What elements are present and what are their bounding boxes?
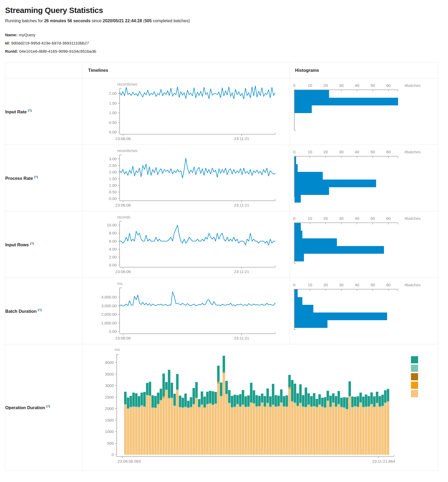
input-rate-timeline-cell: records/sec2.001.501.000.500.0023:06:062…	[83, 78, 290, 145]
svg-text:60: 60	[386, 283, 391, 287]
row-label-input-rate: Input Rate (?)	[5, 78, 83, 145]
page-title: Streaming Query Statistics	[5, 6, 448, 15]
svg-text:23:06:06: 23:06:06	[115, 136, 131, 141]
svg-text:23:11:21.864: 23:11:21.864	[372, 459, 395, 463]
query-name-line: Name: myQuery	[5, 31, 448, 39]
svg-text:40: 40	[355, 216, 359, 221]
query-id-line: Id: 9d0dd219-995d-423e-b97d-36931110bb27	[5, 39, 448, 47]
row-label-operation-duration: Operation Duration (?)	[5, 344, 83, 471]
svg-text:4.00: 4.00	[109, 247, 117, 251]
legend-swatch[interactable]	[411, 365, 418, 372]
svg-text:3500: 3500	[105, 372, 114, 376]
query-id-value: 9d0dd219-995d-423e-b97d-36931110bb27	[11, 41, 89, 45]
help-icon[interactable]: (?)	[30, 242, 34, 245]
timelines-column-header: Timelines	[83, 63, 290, 78]
svg-text:23:11:21: 23:11:21	[234, 336, 249, 340]
svg-text:1000: 1000	[105, 429, 114, 434]
table-row-operation-duration: Operation Duration (?) ms400035003000250…	[5, 344, 438, 471]
svg-text:1.50: 1.50	[109, 176, 117, 181]
svg-text:0: 0	[293, 283, 295, 287]
svg-text:1,000.00: 1,000.00	[101, 321, 117, 325]
legend-swatch[interactable]	[411, 373, 418, 380]
svg-text:ms: ms	[115, 347, 120, 352]
svg-text:1500: 1500	[105, 418, 114, 422]
svg-text:10: 10	[308, 216, 312, 221]
table-row-input-rows: Input Rows (?) records10.008.006.004.002…	[5, 211, 438, 278]
svg-text:0: 0	[293, 150, 295, 154]
svg-text:60: 60	[386, 216, 391, 221]
svg-text:#batches: #batches	[404, 283, 420, 287]
svg-text:ms: ms	[117, 281, 123, 286]
svg-text:2000: 2000	[105, 406, 114, 411]
svg-text:10.00: 10.00	[107, 223, 117, 227]
help-icon[interactable]: (?)	[34, 175, 38, 178]
process-rate-timeline-cell: records/sec3.002.502.001.501.000.500.002…	[83, 145, 290, 211]
batch-duration-histogram-chart: 0102030405060#batches	[290, 278, 432, 344]
svg-text:records/sec: records/sec	[117, 148, 138, 153]
input-rows-histogram-chart: 0102030405060#batches	[290, 211, 432, 278]
svg-text:60: 60	[386, 83, 391, 88]
process-rate-timeline-chart: records/sec3.002.502.001.501.000.500.002…	[83, 145, 284, 211]
svg-text:3.00: 3.00	[109, 157, 117, 161]
svg-text:50: 50	[370, 83, 375, 88]
svg-text:0: 0	[293, 83, 295, 88]
svg-text:20: 20	[323, 83, 328, 88]
svg-text:2,000.00: 2,000.00	[101, 312, 117, 316]
streaming-query-statistics-page: Streaming Query Statistics Running batch…	[0, 0, 448, 482]
svg-text:0.00: 0.00	[109, 196, 117, 201]
row-label-batch-duration: Batch Duration (?)	[5, 278, 83, 344]
legend-swatch[interactable]	[411, 356, 418, 363]
svg-text:20: 20	[323, 283, 328, 287]
svg-text:#batches: #batches	[404, 150, 420, 154]
svg-text:4000: 4000	[105, 360, 114, 365]
svg-text:500: 500	[107, 441, 114, 445]
table-header-row: Timelines Histograms	[5, 63, 438, 78]
batch-duration-timeline-chart: ms4,000.003,000.002,000.001,000.000.0023…	[83, 278, 284, 344]
svg-text:#batches: #batches	[404, 216, 420, 221]
svg-text:10: 10	[308, 283, 312, 287]
svg-text:#batches: #batches	[404, 83, 420, 88]
process-rate-histogram-cell: 0102030405060#batches	[290, 145, 438, 211]
svg-text:10: 10	[308, 83, 312, 88]
svg-text:1.00: 1.00	[109, 183, 117, 188]
row-label-process-rate: Process Rate (?)	[5, 145, 83, 211]
process-rate-histogram-chart: 0102030405060#batches	[290, 145, 432, 211]
running-duration: 26 minutes 56 seconds	[44, 19, 90, 23]
input-rate-histogram-chart: 0102030405060#batches	[290, 78, 432, 145]
input-rate-histogram-cell: 0102030405060#batches	[290, 78, 438, 145]
svg-text:40: 40	[355, 150, 359, 154]
svg-text:1.00: 1.00	[109, 110, 117, 115]
svg-text:50: 50	[370, 150, 375, 154]
svg-text:0.00: 0.00	[109, 130, 117, 134]
svg-text:0: 0	[112, 452, 114, 457]
operation-duration-chart-cell: ms4000350030002500200015001000500023:06:…	[83, 344, 438, 471]
svg-text:0.50: 0.50	[109, 190, 117, 194]
table-row-process-rate: Process Rate (?) records/sec3.002.502.00…	[5, 145, 438, 211]
svg-text:50: 50	[370, 216, 375, 221]
svg-text:2.50: 2.50	[109, 163, 117, 168]
batch-duration-histogram-cell: 0102030405060#batches	[290, 278, 438, 344]
help-icon[interactable]: (?)	[28, 109, 31, 112]
input-rate-timeline-chart: records/sec2.001.501.000.500.0023:06:062…	[83, 78, 284, 145]
svg-text:23:11:21: 23:11:21	[234, 269, 249, 274]
svg-text:50: 50	[370, 283, 375, 287]
query-runid-line: RunId: 04e101e6-8bf8-4165-9099-9104c951b…	[5, 47, 448, 55]
legend-swatch[interactable]	[411, 382, 418, 389]
svg-text:60: 60	[386, 150, 391, 154]
svg-text:2.00: 2.00	[109, 255, 117, 259]
svg-text:2.00: 2.00	[109, 91, 117, 96]
svg-text:20: 20	[323, 150, 328, 154]
legend-swatch[interactable]	[411, 390, 418, 397]
svg-text:4,000.00: 4,000.00	[101, 295, 117, 299]
operation-duration-stacked-chart: ms4000350030002500200015001000500023:06:…	[83, 344, 427, 471]
svg-text:1.50: 1.50	[109, 101, 117, 105]
query-runid-value: 04e101e6-8bf8-4165-9099-9104c951ba3b	[19, 49, 96, 53]
help-icon[interactable]: (?)	[38, 308, 42, 311]
help-icon[interactable]: (?)	[46, 405, 50, 408]
svg-text:0: 0	[293, 216, 295, 221]
svg-text:6.00: 6.00	[109, 239, 117, 243]
svg-text:40: 40	[355, 83, 359, 88]
query-name-value: myQuery	[19, 33, 35, 37]
svg-text:10: 10	[308, 150, 312, 154]
start-timestamp: 2020/05/21 22:44:28	[103, 19, 142, 23]
